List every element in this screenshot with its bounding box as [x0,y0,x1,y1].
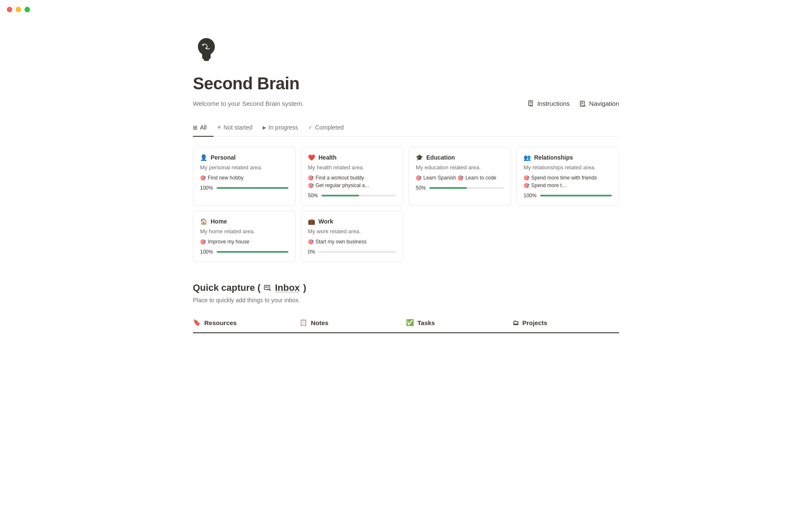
progress-bar-track [321,195,396,196]
card-description: My health related area. [308,164,396,171]
projects-label: Projects [522,319,547,326]
goal-label: Learn to code [465,175,496,181]
card-work[interactable]: 💼 Work My work related area. 🎯 Start my … [301,211,403,262]
page-title: Second Brain [193,74,619,93]
tasks-icon: ✅ [406,319,414,326]
card-goals: 🎯 Spend more time with friends 🎯 Spend m… [524,175,612,188]
card-goal: 🎯 Find new hobby [200,175,244,181]
card-education[interactable]: 🎓 Education My education related area. 🎯… [409,147,511,206]
navigation-link[interactable]: Navigation [580,100,619,107]
goal-icon: 🎯 [524,183,529,188]
svg-point-1 [202,44,204,46]
resources-label: Resources [204,319,237,326]
navigation-icon [580,100,587,107]
inbox-icon [264,284,272,292]
card-title: Relationships [534,154,573,161]
page-description: Welcome to your Second Brain system. [193,100,304,107]
goal-label: Get regular physical a... [315,182,369,188]
page-icon [193,36,619,64]
goal-icon: 🎯 [458,175,464,181]
tab-all-icon: ⊞ [193,124,198,131]
tab-not-started-label: Not started [224,124,252,131]
tab-all[interactable]: ⊞ All [193,121,214,137]
card-header: 👤 Personal [200,154,288,161]
tab-notes[interactable]: 📋 Notes [299,314,406,333]
card-goals: 🎯 Start my own business [308,239,396,245]
close-button[interactable] [7,7,12,12]
notes-label: Notes [311,319,329,326]
card-header: 💼 Work [308,218,396,225]
card-progress-row: 50% [416,185,504,191]
card-personal[interactable]: 👤 Personal My personal related area. 🎯 F… [193,147,296,206]
instructions-icon [528,100,535,107]
card-goals: 🎯 Find new hobby [200,175,288,181]
bottom-tabs: 🔖 Resources 📋 Notes ✅ Tasks 🗂 Projects [193,314,619,334]
card-progress-row: 100% [524,193,612,199]
tab-tasks[interactable]: ✅ Tasks [406,314,513,333]
card-header: 🏠 Home [200,218,288,225]
tab-projects[interactable]: 🗂 Projects [513,314,619,333]
minimize-button[interactable] [16,7,21,12]
notes-icon: 📋 [299,319,307,326]
progress-bar-fill [540,195,612,196]
card-icon: 💼 [308,218,315,225]
tab-completed[interactable]: ✓ Completed [308,121,351,137]
goal-icon: 🎯 [200,239,206,245]
card-icon: 👥 [524,154,531,161]
card-title: Personal [211,154,236,161]
projects-icon: 🗂 [513,319,519,326]
instructions-link[interactable]: Instructions [528,100,570,107]
card-progress-row: 0% [308,249,396,255]
card-title: Work [318,218,333,225]
card-progress-label: 50% [416,185,426,191]
progress-bar-fill [217,187,288,189]
card-goals: 🎯 Improve my house [200,239,288,245]
card-progress-label: 100% [200,185,213,191]
card-description: My work related area. [308,228,396,235]
card-description: My personal related area. [200,164,288,171]
progress-bar-track [217,187,288,189]
goal-label: Find a workout buddy [315,175,364,181]
goal-icon: 🎯 [308,239,314,245]
goal-label: Learn Spanish [423,175,456,181]
instructions-label: Instructions [537,100,570,107]
quick-capture-inbox-label[interactable]: Inbox [275,282,300,293]
progress-bar-track [540,195,612,196]
titlebar [0,0,812,19]
quick-capture-section: Quick capture ( Inbox ) Place to quickly… [193,282,619,304]
tab-resources[interactable]: 🔖 Resources [193,314,299,333]
progress-bar-track [318,251,396,253]
navigation-label: Navigation [589,100,619,107]
goal-icon: 🎯 [308,183,314,188]
progress-bar-fill [429,187,466,189]
tab-all-label: All [200,124,207,131]
progress-bar-fill [321,195,359,196]
card-relationships[interactable]: 👥 Relationships My relationships related… [516,147,619,206]
resources-icon: 🔖 [193,319,201,326]
progress-bar-track [217,251,288,253]
tab-completed-icon: ✓ [308,124,313,130]
maximize-button[interactable] [25,7,30,12]
card-goal: 🎯 Find a workout buddy [308,175,364,181]
svg-rect-0 [204,58,209,61]
card-icon: 🎓 [416,154,423,161]
main-content: Second Brain Welcome to your Second Brai… [152,19,660,367]
tab-in-progress-icon: ▶ [263,125,266,130]
card-header: 🎓 Education [416,154,504,161]
card-progress-label: 0% [308,249,315,255]
card-description: My relationships related area. [524,164,612,171]
card-goal: 🎯 Learn Spanish [416,175,456,181]
goal-icon: 🎯 [524,175,529,181]
card-header: 👥 Relationships [524,154,612,161]
goal-icon: 🎯 [308,175,314,181]
quick-capture-title-text: Quick capture ( [193,282,261,293]
tab-not-started[interactable]: ✳ Not started [217,121,259,137]
tab-in-progress[interactable]: ▶ In progress [263,121,305,137]
tab-completed-label: Completed [315,124,344,131]
card-home[interactable]: 🏠 Home My home related area. 🎯 Improve m… [193,211,296,262]
card-health[interactable]: ❤️ Health My health related area. 🎯 Find… [301,147,403,206]
card-goal: 🎯 Get regular physical a... [308,182,369,188]
card-description: My education related area. [416,164,504,171]
card-title: Education [426,154,455,161]
progress-bar-track [429,187,504,189]
